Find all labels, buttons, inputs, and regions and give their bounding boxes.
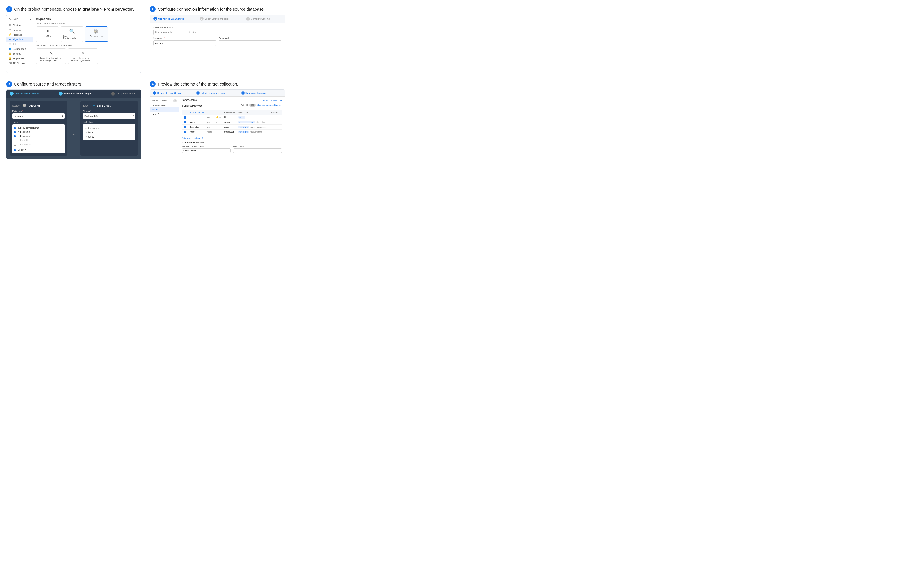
collection-field-label: Collection — [83, 121, 135, 123]
wizard-step-num-inactive-3: 3 — [111, 92, 115, 95]
wizard-step-label-1: Connect to Data Source — [158, 18, 184, 20]
dropdown-arrow-icon: ▾ — [62, 115, 63, 117]
checkbox-vector[interactable]: ✓ — [184, 131, 186, 133]
sidebar-item-clusters[interactable]: ⚙ Clusters — [7, 23, 33, 28]
sidebar-item-jobs[interactable]: 📋 Jobs — [7, 42, 33, 46]
checkbox-public-table-a[interactable] — [14, 139, 16, 141]
bold-migrations: Migrations — [78, 7, 99, 11]
cluster-migration-current-card[interactable]: ✳ Cluster Migration Within Current Organ… — [36, 48, 66, 64]
section-2-title-text: Configure connection information for the… — [158, 7, 265, 11]
sidebar-item-label: Clusters — [13, 24, 21, 26]
schema-row-vector-checkbox[interactable]: ✓ — [182, 130, 188, 135]
username-field: Username* — [153, 37, 216, 48]
password-input[interactable] — [218, 40, 281, 46]
wizard-header-2: 1 Connect to Data Source 2 Select Source… — [150, 15, 285, 23]
checkbox-id[interactable]: ✓ — [184, 116, 186, 118]
table-label-public-items2: public.items2 — [18, 135, 31, 137]
table-item-select-all[interactable]: ✓ Select All — [12, 147, 65, 152]
from-pgvector-card[interactable]: 🐘 From pgvector — [85, 26, 108, 42]
target-label: Target — [83, 104, 89, 107]
step-badge-1: 1 — [6, 6, 12, 12]
schema-row-name-checkbox[interactable]: ✓ — [182, 120, 188, 125]
auto-id-toggle[interactable]: OFF — [250, 103, 256, 107]
schema-row-vector-fieldtype: VARCHAR Max Length 65535 — [237, 130, 268, 135]
schema-step-num-3: 3 — [241, 91, 245, 95]
cluster-select[interactable]: Dedicated-02 ▾ — [83, 113, 135, 118]
checkbox-public-items2[interactable]: ✓ — [14, 135, 16, 137]
database-field-label: Database* — [12, 110, 65, 113]
security-icon: 🔒 — [8, 52, 11, 55]
schema-row-desc-checkbox[interactable]: ✓ — [182, 125, 188, 130]
advanced-settings-label: Advanced Settings — [182, 137, 201, 139]
schema-mapping-guide-link[interactable]: Schema Mapping Guide ↗ — [257, 104, 282, 106]
wizard-header-3: ✓ Connect to Data Source 2 Select Source… — [7, 90, 141, 98]
checkbox-public2-itemsschema[interactable]: ✓ — [14, 126, 16, 129]
schema-source-link[interactable]: Source: itemsschema — [262, 99, 282, 101]
table-item-public-items[interactable]: ✓ public.items — [12, 130, 65, 134]
schema-sidebar-label-items: items — [153, 108, 158, 111]
schema-row-vector-source: vector — [188, 130, 206, 135]
sidebar-item-label: Security — [13, 53, 21, 55]
pgvector-icon: 🐘 — [94, 29, 99, 34]
checkbox-name[interactable]: ✓ — [184, 121, 186, 123]
advanced-settings-toggle[interactable]: Advanced Settings ▾ — [182, 136, 282, 139]
backups-icon: 💾 — [8, 28, 11, 31]
wizard-step-connect: 1 Connect to Data Source — [153, 17, 184, 21]
sidebar-item-api-console[interactable]: ⌨ API Console — [7, 61, 33, 66]
schema-sidebar-items2[interactable]: items2 — [150, 112, 179, 117]
schema-sidebar-items[interactable]: items — [150, 107, 179, 112]
sidebar-item-label: Collaborators — [13, 48, 26, 50]
sidebar-item-project-alert[interactable]: 🔔 Project Alert — [7, 56, 33, 61]
checkbox-description[interactable]: ✓ — [184, 126, 186, 128]
sidebar-item-pipelines[interactable]: ⚡ Pipelines — [7, 32, 33, 37]
schema-row-description: ✓ description text → name VARCHAR Max Le… — [182, 125, 282, 130]
database-select[interactable]: postgres ▾ — [12, 113, 65, 118]
cluster-migration-external-card[interactable]: ✳ From a Cluster in an External Organiza… — [68, 48, 98, 64]
api-console-icon: ⌨ — [8, 62, 11, 64]
description-input-general[interactable] — [233, 148, 282, 153]
cluster-migration-external-label: From a Cluster in an External Organizati… — [71, 57, 95, 62]
section-2-title: 2 Configure connection information for t… — [150, 6, 285, 12]
target-header: Target ✳ Zilliz Cloud — [83, 103, 135, 108]
current-org-icon: ✳ — [49, 51, 53, 56]
schema-wizard-step-2-done: ✓ Select Source and Target — [196, 91, 226, 95]
table-item-public-table-a[interactable]: public.table.a — [12, 138, 65, 142]
schema-sidebar: Target Collection 2 itemsschema items it… — [150, 97, 179, 163]
wizard-step-schema-inactive: 3 Configure Schema — [111, 92, 135, 95]
schema-row-name-type: text — [206, 120, 214, 125]
checkbox-select-all[interactable]: ✓ — [14, 149, 16, 151]
schema-sidebar-itemsschema[interactable]: itemsschema — [150, 103, 179, 107]
sidebar-item-migrations[interactable]: ↔ Migrations — [7, 37, 33, 42]
sidebar-item-security[interactable]: 🔒 Security — [7, 51, 33, 56]
table-item-public-items2[interactable]: ✓ public.items2 — [12, 134, 65, 138]
arrow-right-icon-3: → — [216, 131, 218, 133]
transfer-arrow-icon: » — [71, 113, 77, 156]
wizard-step-select-active: 2 Select Source and Target — [59, 92, 91, 95]
checkbox-public-items[interactable]: ✓ — [14, 131, 16, 133]
table-item-public2-itemsschema[interactable]: ✓ public2.itemsschema — [12, 126, 65, 130]
bold-pgvector: From pgvector — [104, 7, 133, 11]
collection-icon-3: ▭ — [84, 135, 87, 138]
auto-id-label: Auto ID — [241, 104, 248, 106]
sidebar-item-label: Pipelines — [13, 33, 22, 36]
from-elasticsearch-card[interactable]: 🔍 From Elasticsearch — [61, 26, 84, 42]
username-input[interactable] — [153, 40, 216, 46]
sidebar-item-collaborators[interactable]: 👥 Collaborators — [7, 46, 33, 51]
endpoint-input[interactable] — [153, 30, 281, 35]
schema-step-label-3: Configure Schema — [245, 92, 266, 94]
wizard-step-num-2: 2 — [200, 17, 204, 21]
app-sidebar: Default Project ▾ ⚙ Clusters 💾 Backups ⚡… — [7, 15, 33, 72]
schema-row-vector-field: description — [223, 130, 237, 135]
schema-row-name-desc — [268, 120, 282, 125]
target-collection-name-input[interactable] — [182, 148, 231, 153]
sidebar-item-backups[interactable]: 💾 Backups — [7, 28, 33, 32]
schema-row-id-checkbox[interactable]: ✓ — [182, 115, 188, 120]
project-name: Default Project — [8, 18, 23, 20]
collection-item-items: ▭ items — [83, 130, 135, 135]
table-item-public-items3[interactable]: public.items3 — [12, 142, 65, 146]
auto-id-row: Auto ID OFF Schema Mapping Guide ↗ — [241, 103, 282, 107]
password-field: Password* — [218, 37, 281, 48]
th-arrow — [214, 110, 223, 115]
checkbox-public-items3[interactable] — [14, 143, 16, 146]
from-milvus-card[interactable]: 👁 From Milvus — [36, 26, 59, 42]
